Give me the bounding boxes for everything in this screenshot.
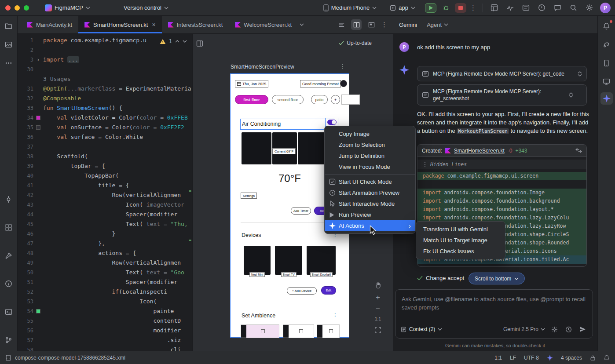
prev-problem-icon[interactable] — [175, 40, 179, 43]
ambience-options-icon[interactable]: ⋮ — [333, 313, 337, 317]
created-file-link[interactable]: SmartHomeScreen.kt — [454, 148, 505, 154]
settings-chip[interactable]: Settings — [241, 193, 257, 199]
project-tool-icon[interactable] — [4, 21, 14, 31]
caret-position[interactable]: 1:1 — [494, 355, 502, 361]
line-ending[interactable]: LF — [510, 355, 516, 361]
menu-item-fix-ui-check-issues[interactable]: Fix UI Check Issues — [416, 246, 505, 257]
more-run-options-icon[interactable]: ⋮ — [470, 4, 476, 12]
search-icon[interactable] — [568, 3, 578, 13]
tab-agent[interactable]: Agent — [427, 22, 448, 28]
expand-icon[interactable] — [578, 71, 582, 76]
fullscreen-window-button[interactable] — [24, 5, 29, 11]
color-swatch[interactable] — [33, 113, 43, 123]
ambience-card[interactable] — [241, 324, 279, 338]
comments-icon[interactable] — [553, 3, 562, 13]
expand-icon[interactable] — [569, 92, 573, 98]
close-tab-icon[interactable]: × — [152, 21, 155, 28]
device-photo-nest-mini[interactable] — [244, 246, 271, 275]
preview-options-icon[interactable]: ⋮ — [340, 63, 345, 69]
send-button[interactable] — [578, 324, 587, 334]
status-file-name[interactable]: compose-compose-model-1758866285245.xml — [15, 355, 125, 361]
problems-tool-icon[interactable] — [4, 279, 14, 288]
context-chip[interactable]: Context (2) — [401, 326, 442, 332]
profiler-icon[interactable] — [505, 3, 515, 13]
menu-item-copy-image[interactable]: Copy Image — [325, 128, 415, 139]
logcat-icon[interactable] — [521, 3, 531, 13]
git-tool-icon[interactable] — [4, 335, 14, 345]
floor-chip-patio[interactable]: patio — [311, 95, 328, 104]
menu-item-start-ui-check-mode[interactable]: Start UI Check Mode — [325, 176, 415, 187]
notifications-icon[interactable] — [602, 21, 611, 31]
gemini-tool-icon-active[interactable] — [600, 92, 613, 105]
history-icon[interactable] — [564, 324, 573, 334]
floor-chip-[interactable]: + — [331, 95, 340, 104]
code-editor[interactable]: 1package com.example.figmamcp.u23›import… — [18, 34, 192, 351]
minimize-window-button[interactable] — [15, 5, 20, 11]
more-tool-windows-icon[interactable] — [4, 58, 14, 68]
lock-icon[interactable] — [590, 355, 596, 361]
add-device-button[interactable]: + Add Device — [287, 287, 317, 295]
floor-chip-first-floor[interactable]: first floor — [235, 95, 268, 104]
gemini-input-box[interactable]: Ask Gemini, use @filename to attach sour… — [395, 289, 593, 339]
indent-setting[interactable]: 4 spaces — [561, 355, 582, 361]
tab-mainactivity[interactable]: MainActivity.kt — [21, 16, 78, 33]
preview-title[interactable]: SmartHomeScreenPreview — [231, 64, 294, 70]
device-selector[interactable]: Medium Phone — [320, 3, 380, 13]
zoom-ratio[interactable]: 1:1 — [375, 317, 381, 321]
ai-assistant-status-icon[interactable] — [547, 355, 553, 361]
gradle-tool-icon[interactable] — [602, 40, 611, 49]
services-tool-icon[interactable] — [4, 222, 14, 232]
project-widget[interactable]: FigmaMCP — [41, 3, 94, 13]
profile-avatar[interactable]: P — [600, 3, 611, 13]
menu-item-zoom-to-selection[interactable]: Zoom to Selection — [325, 139, 415, 150]
tab-welcomescreen[interactable]: WelcomeScreen.kt — [229, 16, 298, 33]
gemini-settings-icon[interactable] — [549, 324, 559, 334]
hidden-tabs-chevron-icon[interactable] — [298, 16, 306, 33]
running-devices-icon[interactable] — [602, 58, 611, 68]
edit-button[interactable]: Edit — [321, 286, 336, 295]
zoom-in-icon[interactable]: + — [376, 294, 380, 301]
hidden-lines-row[interactable]: Hidden Lines — [417, 160, 586, 169]
device-photo-smart-doorbell[interactable] — [307, 246, 336, 275]
settings-gear-icon[interactable] — [584, 3, 594, 13]
commit-tool-icon[interactable] — [4, 194, 14, 204]
split-view-icon[interactable] — [351, 19, 362, 30]
ambience-card[interactable] — [283, 324, 314, 338]
device-photo-smart-tv[interactable] — [275, 246, 302, 275]
tool-call-card[interactable]: MCP (Figma Remote Dev Mode MCP Server): … — [417, 66, 587, 81]
floor-chip-second-floor[interactable]: second floor — [272, 95, 304, 104]
menu-item-view-in-focus-mode[interactable]: View in Focus Mode — [325, 161, 415, 172]
color-swatch[interactable] — [33, 123, 43, 132]
close-window-button[interactable] — [5, 5, 11, 11]
zoom-out-icon[interactable]: − — [376, 305, 380, 313]
layout-inspector-icon[interactable] — [489, 3, 499, 13]
editor-options-icon[interactable]: ⋮ — [381, 21, 388, 29]
user-avatar[interactable] — [340, 80, 347, 87]
build-tool-icon[interactable] — [4, 251, 14, 260]
gemini-prompt-input[interactable]: Ask Gemini, use @filename to attach sour… — [395, 290, 593, 312]
ac-toggle[interactable] — [327, 120, 337, 125]
open-diff-icon[interactable] — [575, 148, 582, 153]
app-insights-icon[interactable] — [537, 3, 546, 13]
inspection-widget[interactable]: 1 — [158, 36, 189, 46]
menu-item-run-preview[interactable]: Run Preview — [325, 209, 415, 220]
zoom-to-fit-icon[interactable] — [373, 325, 383, 335]
menu-item-transform-ui-with-gemini[interactable]: Transform UI with Gemini — [416, 224, 505, 235]
stop-button[interactable] — [455, 3, 466, 13]
menu-item-start-interactive-mode[interactable]: Start Interactive Mode — [325, 198, 415, 209]
tab-smarthomescreen[interactable]: SmartHomeScreen.kt × — [78, 16, 161, 33]
next-problem-icon[interactable] — [183, 40, 187, 43]
vcs-widget[interactable]: Version control — [120, 3, 172, 13]
tool-call-card[interactable]: MCP (Figma Remote Dev Mode MCP Server): … — [417, 84, 587, 106]
debug-button[interactable] — [440, 3, 451, 13]
model-selector[interactable]: Gemini 2.5 Pro — [503, 326, 545, 332]
tab-gemini[interactable]: Gemini — [399, 22, 417, 28]
add-timer-button[interactable]: Add Timer — [291, 207, 311, 215]
menu-item-start-animation-preview[interactable]: Start Animation Preview — [325, 187, 415, 198]
fold-marker-icon[interactable]: › — [33, 55, 43, 65]
menu-item-jump-to-definition[interactable]: Jump to Definition — [325, 150, 415, 161]
scroll-to-bottom-button[interactable]: Scroll to bottom — [469, 273, 525, 284]
pan-hand-icon[interactable] — [373, 280, 383, 290]
terminal-tool-icon[interactable] — [4, 307, 14, 317]
preview-layout-icon[interactable] — [196, 40, 203, 47]
